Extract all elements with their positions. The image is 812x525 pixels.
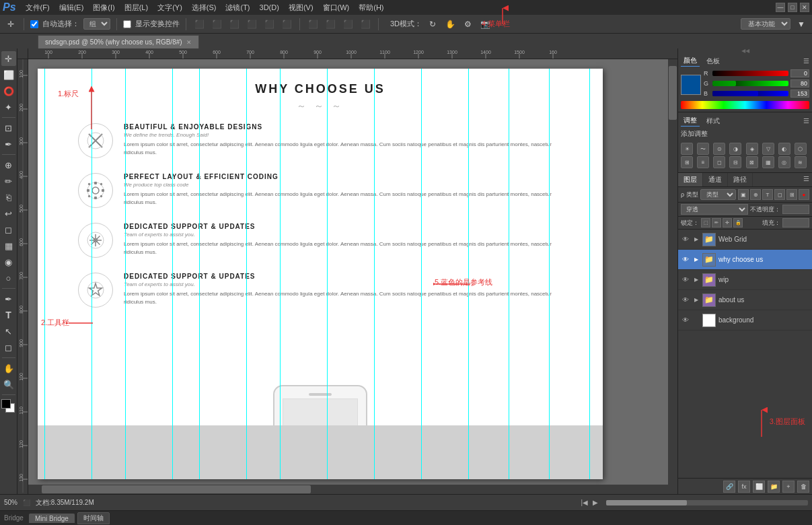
move-tool-icon[interactable]: ✛ xyxy=(4,18,17,31)
hand-tool[interactable]: ✋ xyxy=(1,361,16,376)
filter-text-icon[interactable]: T xyxy=(762,189,773,200)
add-style-icon[interactable]: fx xyxy=(738,481,750,493)
filter-toggle-icon[interactable]: ● xyxy=(799,189,809,200)
blur-tool[interactable]: ◉ xyxy=(1,254,16,269)
adj-invert-icon[interactable]: ◻ xyxy=(713,156,725,168)
filter-shape-icon[interactable]: ◻ xyxy=(774,189,785,200)
stamp-tool[interactable]: ⎗ xyxy=(1,190,16,205)
document-tab[interactable]: sndsgn.psd @ 50% (why choose us, RGB/8#)… xyxy=(38,35,199,48)
filter-pixel-icon[interactable]: ▣ xyxy=(738,189,749,200)
dodge-tool[interactable]: ○ xyxy=(1,271,16,285)
filter-adjust-icon[interactable]: ⊕ xyxy=(750,189,761,200)
auto-select-dropdown[interactable]: 组 xyxy=(83,18,110,30)
align-middle-icon[interactable]: ⬛ xyxy=(262,18,276,31)
close-button[interactable]: ✕ xyxy=(800,3,809,12)
3d-camera-icon[interactable]: 📷 xyxy=(478,18,492,31)
opacity-input[interactable]: 100% xyxy=(782,205,809,214)
scrollbar-horizontal[interactable] xyxy=(28,485,668,494)
workspace-dropdown[interactable]: 基本功能 xyxy=(741,18,790,30)
layer-visibility-web-grid[interactable]: 👁 xyxy=(681,235,690,244)
new-group-icon[interactable]: 📁 xyxy=(768,481,780,493)
new-layer-icon[interactable]: + xyxy=(782,481,795,493)
align-center-icon[interactable]: ⬛ xyxy=(210,18,223,31)
gradient-tool[interactable]: ▦ xyxy=(1,238,16,253)
b-slider[interactable] xyxy=(712,91,788,96)
layer-visibility-wip[interactable]: 👁 xyxy=(681,275,690,285)
tab-styles[interactable]: 样式 xyxy=(704,116,723,127)
distribute-icon[interactable]: ⬛ xyxy=(306,18,320,31)
timeline-tab[interactable]: 时间轴 xyxy=(77,512,110,524)
move-tool[interactable]: ✛ xyxy=(1,51,16,66)
layer-item-about-us[interactable]: 👁 ▶ 📁 about us xyxy=(678,290,812,310)
distribute4-icon[interactable]: ⬛ xyxy=(359,18,372,31)
align-right-icon[interactable]: ⬛ xyxy=(227,18,241,31)
lock-paint-icon[interactable]: ✏ xyxy=(712,218,721,228)
adj-selectivecolor-icon[interactable]: ◎ xyxy=(778,156,790,168)
filter-smart-icon[interactable]: ⊞ xyxy=(786,189,797,200)
tab-channels[interactable]: 通道 xyxy=(703,173,728,186)
adj-channelmixer-icon[interactable]: ⊞ xyxy=(681,156,693,168)
tab-color[interactable]: 颜色 xyxy=(681,55,700,67)
layer-visibility-why-choose-us[interactable]: 👁 xyxy=(681,255,690,265)
adj-curves-icon[interactable]: 〜 xyxy=(697,143,709,155)
eyedropper-tool[interactable]: ✒ xyxy=(1,137,16,151)
menu-filter[interactable]: 滤镜(T) xyxy=(221,2,254,13)
marquee-tool[interactable]: ⬜ xyxy=(1,67,16,82)
menu-view[interactable]: 视图(V) xyxy=(285,2,318,13)
auto-select-checkbox[interactable] xyxy=(30,20,38,28)
scrollbar-thumb-h[interactable] xyxy=(42,485,311,493)
layer-item-wip[interactable]: 👁 ▶ 📁 wip xyxy=(678,270,812,290)
eraser-tool[interactable]: ◻ xyxy=(1,222,16,237)
adj-brightness-icon[interactable]: ☀ xyxy=(681,143,693,155)
color-spectrum[interactable] xyxy=(681,101,809,109)
color-panel-menu-icon[interactable]: ☰ xyxy=(803,57,809,65)
3d-zoom-icon[interactable]: ⚙ xyxy=(461,18,474,31)
blend-mode-dropdown[interactable]: 穿透 xyxy=(681,204,748,215)
adj-blackwhite-icon[interactable]: ◐ xyxy=(778,143,790,155)
menu-help[interactable]: 帮助(H) xyxy=(355,2,387,13)
lock-all-icon[interactable]: 🔒 xyxy=(733,218,743,228)
text-tool[interactable]: T xyxy=(1,308,16,322)
magic-wand-tool[interactable]: ✦ xyxy=(1,100,16,114)
add-mask-icon[interactable]: ⬜ xyxy=(753,481,765,493)
align-left-icon[interactable]: ⬛ xyxy=(192,18,206,31)
menu-text[interactable]: 文字(Y) xyxy=(153,2,186,13)
adj-panel-menu-icon[interactable]: ☰ xyxy=(803,117,809,125)
adj-colorbalance-icon[interactable]: ▽ xyxy=(762,143,774,155)
lock-transparent-icon[interactable]: ⬚ xyxy=(701,218,710,228)
adj-threshold-icon[interactable]: ⊠ xyxy=(746,156,758,168)
tab-paths[interactable]: 路径 xyxy=(728,173,753,186)
align-top-icon[interactable]: ⬛ xyxy=(245,18,258,31)
path-select-tool[interactable]: ↖ xyxy=(1,324,16,339)
tab-layers[interactable]: 图层 xyxy=(678,173,703,186)
adj-hue-icon[interactable]: ◑ xyxy=(729,143,741,155)
status-scrollbar[interactable] xyxy=(606,500,808,505)
color-preview-swatch[interactable] xyxy=(681,75,701,95)
tab-close-icon[interactable]: ✕ xyxy=(186,39,192,46)
tab-swatches[interactable]: 色板 xyxy=(704,56,723,67)
foreground-color[interactable] xyxy=(1,399,11,409)
adj-photofilter-icon[interactable]: ⬡ xyxy=(795,143,807,155)
layer-visibility-about-us[interactable]: 👁 xyxy=(681,295,690,305)
layer-expand-web-grid[interactable]: ▶ xyxy=(693,236,700,243)
g-slider[interactable] xyxy=(712,81,788,86)
layer-expand-about-us[interactable]: ▶ xyxy=(693,297,700,304)
g-value-input[interactable]: 80 xyxy=(790,79,809,88)
menu-select[interactable]: 选择(S) xyxy=(188,2,221,13)
distribute3-icon[interactable]: ⬛ xyxy=(341,18,355,31)
brush-tool[interactable]: ✏ xyxy=(1,174,16,188)
3d-rotate-icon[interactable]: ↻ xyxy=(426,18,439,31)
mini-bridge-tab[interactable]: Mini Bridge xyxy=(29,514,75,523)
layers-panel-menu-icon[interactable]: ☰ xyxy=(801,173,812,186)
adj-exposure-icon[interactable]: ⊙ xyxy=(713,143,725,155)
lock-move-icon[interactable]: ✛ xyxy=(723,218,732,228)
adj-gradient-icon[interactable]: ▦ xyxy=(762,156,774,168)
layer-item-web-grid[interactable]: 👁 ▶ 📁 Web Grid xyxy=(678,230,812,250)
layer-visibility-background[interactable]: 👁 xyxy=(681,316,690,325)
delete-layer-icon[interactable]: 🗑 xyxy=(797,481,809,493)
distribute2-icon[interactable]: ⬛ xyxy=(324,18,337,31)
menu-edit[interactable]: 编辑(E) xyxy=(55,2,88,13)
3d-pan-icon[interactable]: ✋ xyxy=(443,18,457,31)
heal-tool[interactable]: ⊕ xyxy=(1,158,16,172)
adj-levels-icon[interactable]: ≋ xyxy=(795,156,807,168)
